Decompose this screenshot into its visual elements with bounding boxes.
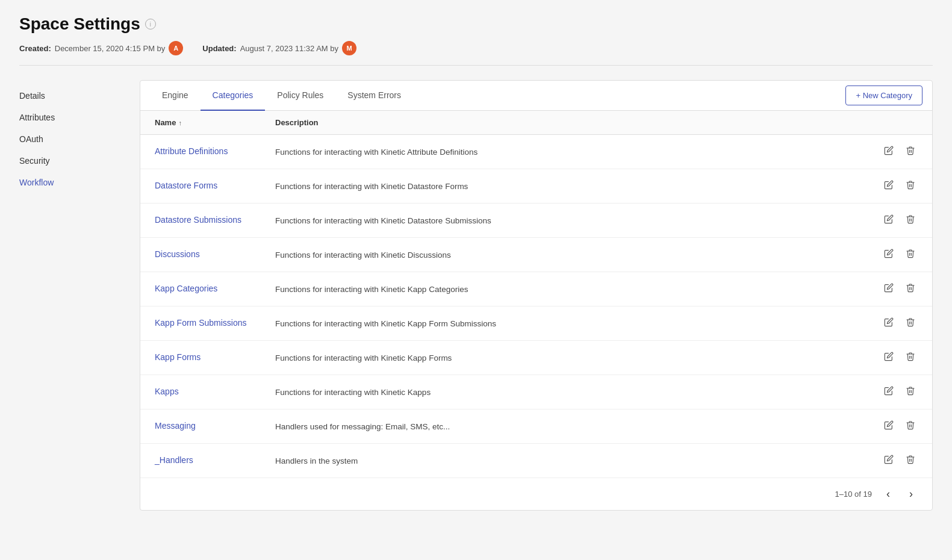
category-link-1[interactable]: Datastore Forms xyxy=(155,181,217,190)
meta-row: Created: December 15, 2020 4:15 PM by A … xyxy=(19,41,933,66)
tab-actions: + New Category xyxy=(845,86,922,105)
cell-name-0: Attribute Definitions xyxy=(155,146,275,158)
cell-actions-9 xyxy=(870,452,918,469)
category-link-7[interactable]: Kapps xyxy=(155,387,179,396)
delete-button-6[interactable] xyxy=(903,349,918,366)
cell-description-9: Handlers in the system xyxy=(275,456,870,465)
table-row: Discussions Functions for interacting wi… xyxy=(140,238,932,272)
cell-description-0: Functions for interacting with Kinetic A… xyxy=(275,148,870,157)
delete-button-7[interactable] xyxy=(903,384,918,400)
cell-actions-5 xyxy=(870,315,918,332)
table-row: Datastore Forms Functions for interactin… xyxy=(140,169,932,204)
edit-button-7[interactable] xyxy=(882,384,896,400)
cell-description-7: Functions for interacting with Kinetic K… xyxy=(275,388,870,397)
delete-button-0[interactable] xyxy=(903,143,918,160)
table-row: Datastore Submissions Functions for inte… xyxy=(140,204,932,238)
cell-name-6: Kapp Forms xyxy=(155,352,275,364)
cell-actions-4 xyxy=(870,281,918,297)
pagination-info: 1–10 of 19 xyxy=(835,490,872,499)
cell-name-7: Kapps xyxy=(155,386,275,398)
cell-actions-2 xyxy=(870,212,918,229)
created-avatar: A xyxy=(169,41,183,55)
edit-button-9[interactable] xyxy=(882,452,896,469)
cell-actions-3 xyxy=(870,246,918,263)
category-link-3[interactable]: Discussions xyxy=(155,249,200,259)
edit-button-6[interactable] xyxy=(882,349,896,366)
edit-button-0[interactable] xyxy=(882,143,896,160)
cell-description-6: Functions for interacting with Kinetic K… xyxy=(275,353,870,362)
edit-button-5[interactable] xyxy=(882,315,896,332)
pagination-prev-button[interactable]: ‹ xyxy=(882,485,895,503)
delete-button-9[interactable] xyxy=(903,452,918,469)
col-header-name: Name ↑ xyxy=(155,118,275,127)
cell-description-4: Functions for interacting with Kinetic K… xyxy=(275,285,870,294)
table-row: _Handlers Handlers in the system xyxy=(140,444,932,478)
categories-table: Name ↑ Description Attribute Definitions… xyxy=(140,111,932,510)
edit-button-3[interactable] xyxy=(882,246,896,263)
category-link-5[interactable]: Kapp Form Submissions xyxy=(155,318,247,328)
table-row: Kapp Categories Functions for interactin… xyxy=(140,272,932,306)
cell-description-1: Functions for interacting with Kinetic D… xyxy=(275,182,870,191)
info-icon[interactable]: i xyxy=(145,19,156,30)
category-link-9[interactable]: _Handlers xyxy=(155,455,193,465)
table-header: Name ↑ Description xyxy=(140,111,932,135)
category-link-0[interactable]: Attribute Definitions xyxy=(155,146,228,156)
sidebar-item-security[interactable]: Security xyxy=(19,150,140,172)
cell-actions-6 xyxy=(870,349,918,366)
table-row: Kapp Form Submissions Functions for inte… xyxy=(140,306,932,341)
pagination-next-button[interactable]: › xyxy=(904,485,918,503)
page-title: Space Settings xyxy=(19,14,140,34)
main-content: Engine Categories Policy Rules System Er… xyxy=(140,80,933,511)
delete-button-8[interactable] xyxy=(903,418,918,435)
created-meta: Created: December 15, 2020 4:15 PM by A xyxy=(19,41,183,55)
cell-name-9: _Handlers xyxy=(155,455,275,467)
delete-button-3[interactable] xyxy=(903,246,918,263)
sort-arrow[interactable]: ↑ xyxy=(178,119,182,126)
tab-engine[interactable]: Engine xyxy=(150,81,201,111)
updated-label: Updated: xyxy=(202,44,236,53)
tab-policy-rules[interactable]: Policy Rules xyxy=(265,81,335,111)
delete-button-4[interactable] xyxy=(903,281,918,297)
tabs-bar: Engine Categories Policy Rules System Er… xyxy=(140,81,932,111)
created-value: December 15, 2020 4:15 PM by xyxy=(55,44,166,53)
cell-actions-1 xyxy=(870,178,918,194)
edit-button-8[interactable] xyxy=(882,418,896,435)
cell-actions-7 xyxy=(870,384,918,400)
cell-actions-0 xyxy=(870,143,918,160)
table-row: Kapp Forms Functions for interacting wit… xyxy=(140,341,932,375)
edit-button-4[interactable] xyxy=(882,281,896,297)
tab-system-errors[interactable]: System Errors xyxy=(335,81,413,111)
pagination-row: 1–10 of 19 ‹ › xyxy=(140,478,932,510)
table-row: Messaging Handlers used for messaging: E… xyxy=(140,409,932,444)
delete-button-5[interactable] xyxy=(903,315,918,332)
sidebar-item-attributes[interactable]: Attributes xyxy=(19,107,140,128)
category-link-2[interactable]: Datastore Submissions xyxy=(155,215,241,225)
cell-description-5: Functions for interacting with Kinetic K… xyxy=(275,319,870,328)
table-body: Attribute Definitions Functions for inte… xyxy=(140,135,932,478)
edit-button-1[interactable] xyxy=(882,178,896,194)
created-label: Created: xyxy=(19,44,51,53)
delete-button-2[interactable] xyxy=(903,212,918,229)
table-row: Attribute Definitions Functions for inte… xyxy=(140,135,932,169)
sidebar-item-oauth[interactable]: OAuth xyxy=(19,128,140,150)
updated-meta: Updated: August 7, 2023 11:32 AM by M xyxy=(202,41,356,55)
cell-name-4: Kapp Categories xyxy=(155,283,275,295)
delete-button-1[interactable] xyxy=(903,178,918,194)
cell-description-3: Functions for interacting with Kinetic D… xyxy=(275,250,870,260)
sidebar: Details Attributes OAuth Security Workfl… xyxy=(19,80,140,511)
table-row: Kapps Functions for interacting with Kin… xyxy=(140,375,932,409)
edit-button-2[interactable] xyxy=(882,212,896,229)
category-link-6[interactable]: Kapp Forms xyxy=(155,352,201,362)
category-link-8[interactable]: Messaging xyxy=(155,421,196,431)
col-header-description: Description xyxy=(275,118,870,127)
cell-description-2: Functions for interacting with Kinetic D… xyxy=(275,216,870,225)
tab-categories[interactable]: Categories xyxy=(201,81,266,111)
sidebar-item-details[interactable]: Details xyxy=(19,85,140,107)
cell-name-5: Kapp Form Submissions xyxy=(155,317,275,329)
sidebar-item-workflow[interactable]: Workflow xyxy=(19,172,140,193)
updated-value: August 7, 2023 11:32 AM by xyxy=(240,44,338,53)
cell-description-8: Handlers used for messaging: Email, SMS,… xyxy=(275,422,870,431)
category-link-4[interactable]: Kapp Categories xyxy=(155,284,217,293)
cell-name-2: Datastore Submissions xyxy=(155,214,275,226)
new-category-button[interactable]: + New Category xyxy=(845,86,922,105)
